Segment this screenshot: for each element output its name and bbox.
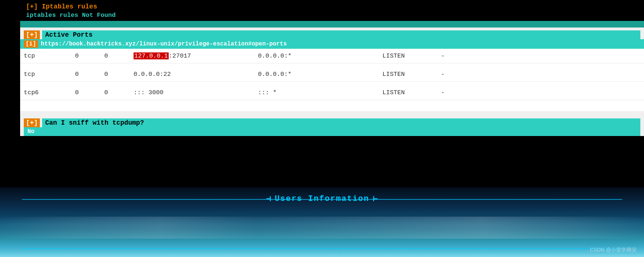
info-bracket: [i]	[24, 40, 38, 48]
info-link-row: [i] https://book.hacktricks.xyz/linux-un…	[20, 39, 644, 49]
info-url-link[interactable]: https://book.hacktricks.xyz/linux-unix/p…	[41, 41, 287, 47]
port-recvq-3: 0	[75, 89, 104, 96]
csdn-watermark: CSDN @小荣学网安	[590, 247, 637, 253]
port-row-2: tcp 0 0 0.0.0.0:22 0.0.0.0:* LISTEN -	[20, 67, 644, 82]
iptables-header: [+] Iptables rules	[26, 3, 638, 10]
sniff-section: [+] Can I sniff with tcpdump? No	[20, 118, 644, 136]
port-sendq-2: 0	[104, 71, 134, 78]
port-state-3: LISTEN	[382, 89, 441, 96]
port-sendq-1: 0	[104, 52, 134, 59]
sniff-header-row: [+] Can I sniff with tcpdump?	[24, 118, 640, 127]
iptables-status-text: iptables rules Not Found	[26, 12, 116, 19]
port-spacer-2	[20, 82, 644, 85]
port-local-highlight-1: 127.0.0.1	[134, 52, 169, 59]
port-spacer-1	[20, 63, 644, 67]
port-row-1: tcp 0 0 127.0.0.1:27017 0.0.0.0:* LISTEN…	[20, 49, 644, 63]
active-ports-title: Active Ports	[42, 30, 640, 39]
port-pid-1: -	[441, 52, 445, 59]
port-table: tcp 0 0 127.0.0.1:27017 0.0.0.0:* LISTEN…	[20, 49, 644, 111]
cloud-layer	[0, 217, 644, 239]
sniff-answer: No	[27, 128, 34, 135]
port-local-port-1: :27017	[169, 52, 191, 59]
content-area: [+] Iptables rules iptables rules Not Fo…	[20, 0, 644, 189]
sniff-bracket: [+]	[24, 118, 40, 127]
port-foreign-3: ::: *	[258, 89, 382, 96]
bottom-line-bottom	[22, 248, 622, 249]
port-local-1: 127.0.0.1:27017	[134, 52, 258, 59]
port-state-2: LISTEN	[382, 71, 441, 78]
port-proto-2: tcp	[24, 71, 75, 78]
users-info-container: ⊣ Users Information ⊢	[266, 194, 378, 204]
main-content-area: [+] Active Ports [i] https://book.hacktr…	[20, 27, 644, 136]
active-ports-bracket: [+]	[24, 30, 40, 39]
iptables-status: iptables rules Not Found	[26, 12, 638, 19]
port-state-1: LISTEN	[382, 52, 441, 59]
port-foreign-2: 0.0.0.0:*	[258, 71, 382, 78]
sniff-title: Can I sniff with tcpdump?	[42, 118, 640, 127]
iptables-header-text: [+] Iptables rules	[26, 3, 97, 10]
active-ports-header-row: [+] Active Ports	[20, 27, 644, 39]
main-wrapper: [+] Iptables rules iptables rules Not Fo…	[0, 0, 644, 257]
port-proto-1: tcp	[24, 52, 75, 59]
users-info-label: Users Information	[275, 194, 369, 203]
sniff-answer-row: No	[24, 127, 640, 136]
terminal-top: [+] Iptables rules iptables rules Not Fo…	[20, 0, 644, 21]
port-local-2: 0.0.0.0:22	[134, 71, 258, 78]
port-pid-2: -	[441, 71, 445, 78]
port-row-3: tcp6 0 0 ::: 3000 ::: * LISTEN -	[20, 85, 644, 100]
pipe-right-icon: ⊢	[373, 194, 378, 204]
port-recvq-1: 0	[75, 52, 104, 59]
port-pid-3: -	[441, 89, 445, 96]
teal-divider	[20, 21, 644, 27]
port-foreign-1: 0.0.0.0:*	[258, 52, 382, 59]
port-recvq-2: 0	[75, 71, 104, 78]
pipe-left-icon: ⊣	[266, 194, 271, 204]
port-proto-3: tcp6	[24, 89, 75, 96]
port-local-3: ::: 3000	[134, 89, 258, 96]
port-sendq-3: 0	[104, 89, 134, 96]
bottom-section: ⊣ Users Information ⊢ CSDN @小荣学网安	[0, 187, 644, 257]
port-spacer-3	[20, 100, 644, 111]
